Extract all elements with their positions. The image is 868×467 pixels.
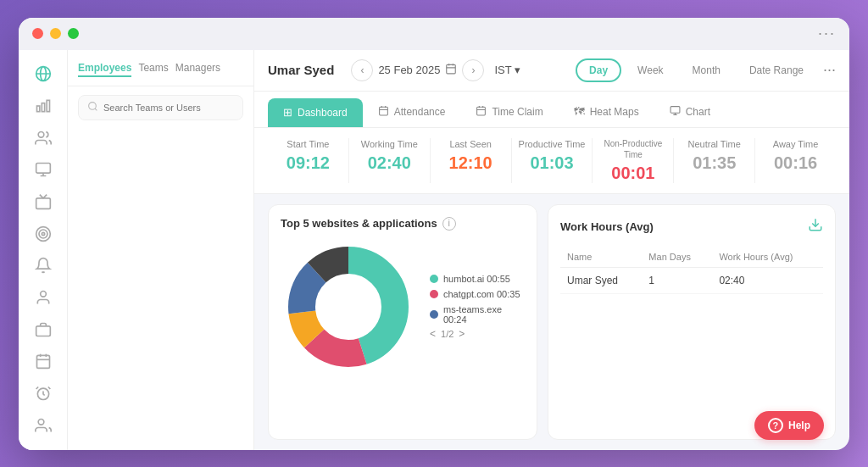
timeclaim-tab-icon xyxy=(476,105,487,119)
svg-rect-38 xyxy=(670,106,680,113)
donut-hole xyxy=(319,277,378,336)
dashboard-tab-icon: ⊞ xyxy=(283,106,292,119)
svg-rect-5 xyxy=(47,100,49,111)
stat-nonproductive-time-label: Non-ProductiveTime xyxy=(599,138,666,160)
svg-point-6 xyxy=(38,131,44,137)
prev-page-button[interactable]: < xyxy=(430,328,436,340)
work-panel: Work Hours (Avg) Name Man Days Work Hour… xyxy=(548,204,836,440)
sidebar-icon-chart[interactable] xyxy=(28,92,58,120)
stat-start-time-label: Start Time xyxy=(275,138,342,150)
tab-chart-label: Chart xyxy=(686,106,710,118)
legend-item-1: chatgpt.com 00:35 xyxy=(430,289,525,299)
table-row: Umar Syed 1 02:40 xyxy=(560,267,823,293)
period-tab-month[interactable]: Month xyxy=(680,59,733,81)
svg-line-22 xyxy=(47,387,50,390)
row-mandays: 1 xyxy=(642,267,712,293)
nav-tab-employees[interactable]: Employees xyxy=(78,60,131,77)
page-indicator: 1/2 xyxy=(441,329,453,339)
tab-dashboard[interactable]: ⊞ Dashboard xyxy=(268,98,363,127)
sidebar-icon-team[interactable] xyxy=(28,411,58,440)
minimize-button[interactable] xyxy=(50,28,61,39)
tab-timeclaim[interactable]: Time Claim xyxy=(460,98,558,127)
legend-item-0: humbot.ai 00:55 xyxy=(430,274,525,284)
sidebar-icon-users[interactable] xyxy=(28,124,58,153)
svg-rect-16 xyxy=(36,356,49,369)
sidebar-icon-monitor[interactable] xyxy=(28,156,58,185)
download-icon[interactable] xyxy=(808,217,823,236)
sidebar-icon-tv[interactable] xyxy=(28,187,58,216)
stat-nonproductive-time-value: 00:01 xyxy=(599,164,666,183)
stat-productive-time-label: Productive Time xyxy=(519,138,586,150)
stat-start-time-value: 09:12 xyxy=(275,153,342,173)
stat-away-time-value: 00:16 xyxy=(762,153,829,173)
stat-productive-time: Productive Time 01:03 xyxy=(512,138,593,183)
period-tab-daterange[interactable]: Date Range xyxy=(737,59,816,81)
svg-rect-15 xyxy=(36,326,50,336)
date-label: 25 Feb 2025 xyxy=(378,64,440,76)
tab-attendance[interactable]: Attendance xyxy=(363,98,461,127)
help-label: Help xyxy=(788,420,810,431)
close-button[interactable] xyxy=(32,28,43,39)
work-title: Work Hours (Avg) xyxy=(560,220,654,233)
row-workhours: 02:40 xyxy=(712,267,823,293)
user-name: Umar Syed xyxy=(268,63,334,77)
stat-productive-time-value: 01:03 xyxy=(519,153,586,173)
dashboard-tabs: ⊞ Dashboard Attendance Time Claim xyxy=(254,92,849,128)
col-name: Name xyxy=(560,247,642,268)
sidebar-icon-calendar[interactable] xyxy=(28,347,58,376)
tab-attendance-label: Attendance xyxy=(394,106,446,118)
col-mandays: Man Days xyxy=(642,247,712,268)
search-input[interactable] xyxy=(103,103,234,113)
legend-label-0: humbot.ai 00:55 xyxy=(443,274,510,284)
help-button[interactable]: ? Help xyxy=(754,411,824,440)
next-page-button[interactable]: > xyxy=(459,328,465,340)
search-bar[interactable] xyxy=(78,95,243,120)
tab-heatmaps-label: Heat Maps xyxy=(590,106,639,118)
svg-point-23 xyxy=(38,419,44,425)
calendar-icon[interactable] xyxy=(445,63,457,77)
tab-chart[interactable]: Chart xyxy=(654,98,726,127)
svg-rect-4 xyxy=(42,103,44,112)
nav-tab-teams[interactable]: Teams xyxy=(138,60,168,77)
legend-label-2: ms-teams.exe 00:24 xyxy=(443,304,525,325)
stat-away-time-label: Away Time xyxy=(762,138,829,150)
work-panel-header: Work Hours (Avg) xyxy=(560,217,823,236)
next-date-button[interactable]: › xyxy=(462,59,484,81)
maximize-button[interactable] xyxy=(68,28,79,39)
tab-dashboard-label: Dashboard xyxy=(298,107,348,119)
legend-dot-2 xyxy=(430,310,438,319)
sidebar-icon-target[interactable] xyxy=(28,220,58,248)
tab-timeclaim-label: Time Claim xyxy=(492,106,542,118)
help-icon: ? xyxy=(768,418,783,433)
period-tab-week[interactable]: Week xyxy=(625,59,676,81)
nav-tab-managers[interactable]: Managers xyxy=(175,60,220,77)
svg-rect-30 xyxy=(379,107,387,115)
chart-body: humbot.ai 00:55 chatgpt.com 00:35 ms-tea… xyxy=(281,239,525,375)
tab-heatmaps[interactable]: 🗺 Heat Maps xyxy=(559,98,654,127)
chart-title-text: Top 5 websites & applications xyxy=(281,217,437,230)
period-tab-day[interactable]: Day xyxy=(576,58,621,82)
sidebar-icon-person[interactable] xyxy=(28,283,58,312)
stats-row: Start Time 09:12 Working Time 02:40 Last… xyxy=(254,128,849,194)
right-panel: Umar Syed ‹ 25 Feb 2025 › IST ▾ Day Week… xyxy=(254,50,849,450)
stat-last-seen-value: 12:10 xyxy=(437,153,504,173)
stat-working-time: Working Time 02:40 xyxy=(349,138,431,183)
pagination: < 1/2 > xyxy=(430,328,525,340)
chart-panel: Top 5 websites & applications i xyxy=(268,204,537,440)
svg-point-13 xyxy=(42,232,44,235)
legend-dot-0 xyxy=(430,275,438,283)
chart-legend: humbot.ai 00:55 chatgpt.com 00:35 ms-tea… xyxy=(430,274,525,340)
sidebar-icon-bell[interactable] xyxy=(28,252,58,281)
more-options-button[interactable]: ··· xyxy=(823,61,836,79)
svg-rect-10 xyxy=(36,198,50,209)
prev-date-button[interactable]: ‹ xyxy=(351,59,373,81)
stat-neutral-time: Neutral Time 01:35 xyxy=(674,138,755,183)
legend-items: humbot.ai 00:55 chatgpt.com 00:35 ms-tea… xyxy=(430,274,525,325)
sidebar-icon-globe[interactable] xyxy=(28,60,58,89)
sidebar-icon-alarm[interactable] xyxy=(28,379,58,408)
chart-info-icon[interactable]: i xyxy=(442,217,456,231)
sidebar-icon-briefcase[interactable] xyxy=(28,315,58,344)
legend-item-2: ms-teams.exe 00:24 xyxy=(430,304,525,325)
window-menu[interactable]: ··· xyxy=(818,25,836,42)
timezone-selector[interactable]: IST ▾ xyxy=(494,64,520,76)
